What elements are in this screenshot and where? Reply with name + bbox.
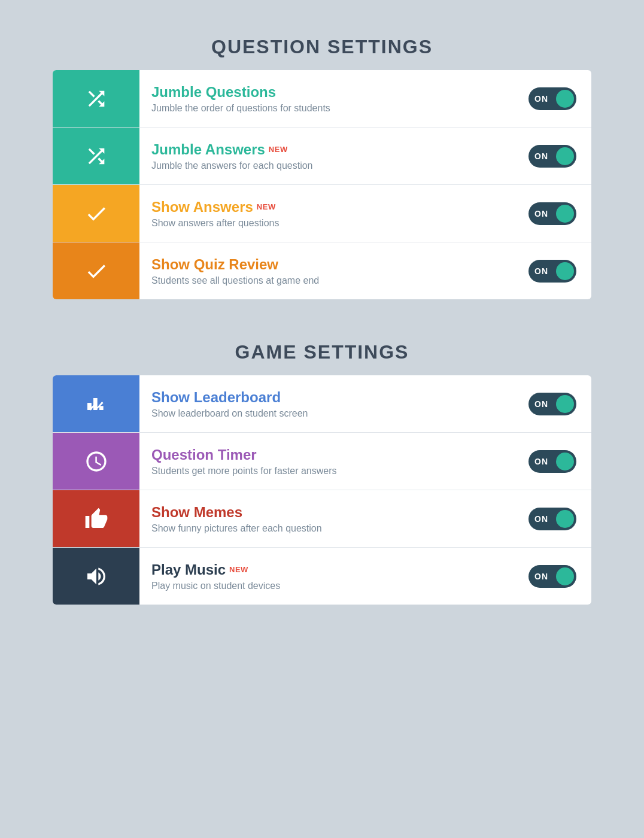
show-memes-toggle-knob: [556, 510, 574, 528]
play-music-icon: [53, 548, 139, 605]
show-answers-desc: Show answers after questions: [151, 218, 502, 229]
show-leaderboard-icon: [53, 375, 139, 432]
show-answers-toggle-knob: [556, 205, 574, 223]
question-settings-group: Jumble Questions Jumble the order of que…: [53, 70, 591, 299]
check-icon: [84, 202, 108, 226]
jumble-answers-toggle-knob: [556, 147, 574, 165]
jumble-questions-icon: [53, 70, 139, 127]
jumble-answers-toggle[interactable]: ON: [528, 145, 576, 168]
check2-icon: [84, 259, 108, 283]
play-music-toggle-container: ON: [514, 565, 591, 588]
question-timer-toggle-label: ON: [534, 457, 548, 466]
jumble-questions-toggle[interactable]: ON: [528, 87, 576, 110]
show-leaderboard-toggle-container: ON: [514, 393, 591, 415]
jumble-answers-toggle-container: ON: [514, 145, 591, 168]
show-quiz-review-label: Show Quiz Review: [151, 256, 502, 273]
game-settings-group: Show Leaderboard Show leaderboard on stu…: [53, 375, 591, 605]
question-timer-label: Question Timer: [151, 447, 502, 463]
jumble-answers-toggle-label: ON: [534, 151, 548, 161]
question-settings-title: QUESTION SETTINGS: [211, 36, 433, 58]
show-answers-content: Show Answers NEW Show answers after ques…: [139, 199, 514, 229]
jumble-questions-toggle-label: ON: [534, 94, 548, 104]
show-quiz-review-toggle-label: ON: [534, 266, 548, 276]
jumble-answers-icon: [53, 127, 139, 184]
show-answers-icon: [53, 185, 139, 242]
show-leaderboard-content: Show Leaderboard Show leaderboard on stu…: [139, 389, 514, 419]
question-timer-toggle-knob: [556, 453, 574, 470]
question-timer-icon: [53, 433, 139, 490]
show-memes-desc: Show funny pictures after each question: [151, 523, 502, 534]
show-leaderboard-desc: Show leaderboard on student screen: [151, 408, 502, 419]
show-memes-row: Show Memes Show funny pictures after eac…: [53, 490, 591, 548]
music-icon: [84, 564, 108, 588]
show-quiz-review-desc: Students see all questions at game end: [151, 275, 502, 286]
show-answers-toggle-label: ON: [534, 209, 548, 218]
show-leaderboard-toggle[interactable]: ON: [528, 393, 576, 415]
thumbsup-icon: [84, 507, 108, 531]
jumble-questions-toggle-knob: [556, 90, 574, 108]
show-quiz-review-toggle-container: ON: [514, 260, 591, 283]
play-music-desc: Play music on student devices: [151, 581, 502, 591]
show-quiz-review-toggle-knob: [556, 262, 574, 280]
show-answers-label: Show Answers NEW: [151, 199, 502, 215]
timer-icon: [84, 450, 108, 473]
show-answers-toggle[interactable]: ON: [528, 202, 576, 225]
show-quiz-review-content: Show Quiz Review Students see all questi…: [139, 256, 514, 286]
jumble-questions-toggle-container: ON: [514, 87, 591, 110]
jumble-answers-label: Jumble Answers NEW: [151, 141, 502, 158]
show-memes-content: Show Memes Show funny pictures after eac…: [139, 504, 514, 534]
show-memes-label: Show Memes: [151, 504, 502, 521]
jumble-questions-label: Jumble Questions: [151, 84, 502, 101]
jumble-questions-desc: Jumble the order of questions for studen…: [151, 103, 502, 114]
show-memes-toggle-container: ON: [514, 508, 591, 530]
jumble-answers-row: Jumble Answers NEW Jumble the answers fo…: [53, 127, 591, 185]
question-timer-row: Question Timer Students get more points …: [53, 433, 591, 490]
jumble-answers-new-badge: NEW: [269, 145, 288, 154]
play-music-toggle-knob: [556, 567, 574, 585]
jumble-questions-row: Jumble Questions Jumble the order of que…: [53, 70, 591, 127]
shuffle-icon: [84, 87, 108, 111]
jumble-answers-desc: Jumble the answers for each question: [151, 160, 502, 171]
shuffle2-icon: [84, 144, 108, 168]
question-timer-content: Question Timer Students get more points …: [139, 447, 514, 476]
play-music-toggle-label: ON: [534, 572, 548, 581]
play-music-new-badge: NEW: [229, 565, 248, 574]
show-leaderboard-row: Show Leaderboard Show leaderboard on stu…: [53, 375, 591, 433]
show-quiz-review-icon: [53, 242, 139, 299]
show-leaderboard-toggle-label: ON: [534, 399, 548, 409]
jumble-questions-content: Jumble Questions Jumble the order of que…: [139, 84, 514, 114]
question-timer-toggle-container: ON: [514, 450, 591, 473]
show-quiz-review-toggle[interactable]: ON: [528, 260, 576, 283]
jumble-answers-content: Jumble Answers NEW Jumble the answers fo…: [139, 141, 514, 171]
play-music-content: Play Music NEW Play music on student dev…: [139, 561, 514, 591]
question-timer-desc: Students get more points for faster answ…: [151, 466, 502, 476]
show-memes-icon: [53, 490, 139, 547]
show-memes-toggle-label: ON: [534, 514, 548, 524]
show-answers-toggle-container: ON: [514, 202, 591, 225]
play-music-row: Play Music NEW Play music on student dev…: [53, 548, 591, 605]
play-music-label: Play Music NEW: [151, 561, 502, 578]
game-settings-title: GAME SETTINGS: [235, 341, 409, 363]
show-memes-toggle[interactable]: ON: [528, 508, 576, 530]
leaderboard-icon: [84, 392, 108, 416]
play-music-toggle[interactable]: ON: [528, 565, 576, 588]
show-answers-new-badge: NEW: [257, 202, 276, 211]
show-leaderboard-label: Show Leaderboard: [151, 389, 502, 406]
show-quiz-review-row: Show Quiz Review Students see all questi…: [53, 242, 591, 299]
show-leaderboard-toggle-knob: [556, 395, 574, 413]
show-answers-row: Show Answers NEW Show answers after ques…: [53, 185, 591, 242]
question-timer-toggle[interactable]: ON: [528, 450, 576, 473]
